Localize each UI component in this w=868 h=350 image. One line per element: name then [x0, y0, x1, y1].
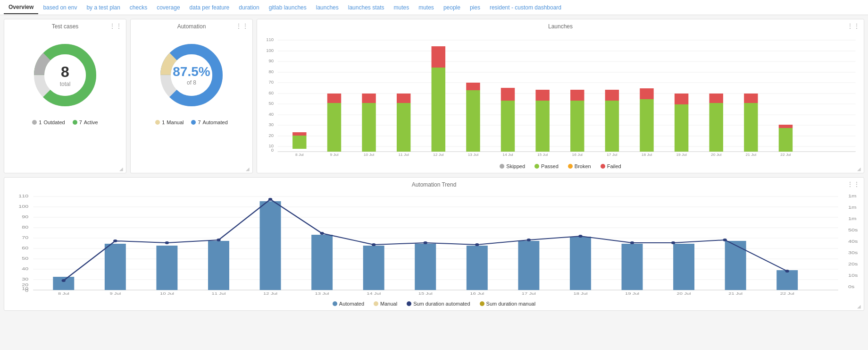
svg-text:11 Jul: 11 Jul [211, 291, 225, 296]
trend-panel: Automation Trend ⋮⋮ 110 100 90 80 70 60 … [4, 177, 864, 311]
launches-title: Launches [257, 19, 864, 32]
svg-text:22 Jul: 22 Jul [780, 291, 794, 296]
svg-point-150 [671, 241, 675, 244]
launches-resize[interactable]: ◢ [857, 166, 863, 172]
nav-tab-gitlab-launches[interactable]: gitlab launches [264, 1, 311, 14]
svg-text:18 Jul: 18 Jul [573, 291, 587, 296]
svg-text:0: 0 [271, 148, 274, 153]
svg-text:21 Jul: 21 Jul [746, 153, 757, 157]
trend-manual-label: Manual [380, 301, 397, 307]
svg-point-152 [785, 270, 789, 273]
svg-rect-48 [466, 83, 480, 90]
svg-rect-53 [535, 101, 549, 152]
trend-sum-auto-dot [407, 301, 411, 306]
passed-legend: Passed [534, 163, 559, 169]
svg-point-145 [424, 241, 427, 244]
nav-tab-launches[interactable]: launches [311, 1, 343, 14]
nav-tab-resident[interactable]: resident - custom dashboard [485, 1, 566, 14]
svg-text:100: 100 [18, 204, 28, 209]
trend-sum-auto-label: Sum duration automated [413, 301, 470, 307]
outdated-count: 1 [39, 120, 42, 125]
svg-rect-72 [744, 94, 758, 103]
trend-menu[interactable]: ⋮⋮ [847, 180, 860, 188]
svg-point-139 [113, 239, 117, 242]
svg-rect-45 [432, 46, 445, 68]
svg-point-142 [268, 198, 272, 201]
svg-text:40: 40 [22, 266, 28, 271]
nav-tabs: Overviewbased on envby a test planchecks… [0, 0, 868, 15]
svg-text:17 Jul: 17 Jul [522, 291, 536, 296]
nav-tab-overview[interactable]: Overview [4, 1, 38, 14]
automation-resize[interactable]: ◢ [246, 166, 251, 172]
svg-text:13 Jul: 13 Jul [315, 291, 329, 296]
automated-count: 7 [198, 120, 200, 125]
test-cases-menu[interactable]: ⋮⋮ [109, 22, 122, 30]
automation-pct: 87.5% [173, 64, 210, 79]
svg-text:100: 100 [266, 48, 274, 53]
svg-rect-39 [362, 94, 376, 103]
nav-tab-based-on-env[interactable]: based on env [38, 1, 82, 14]
manual-legend: 1 Manual [155, 120, 184, 125]
svg-point-144 [372, 243, 376, 246]
trend-automated-dot [333, 301, 337, 306]
svg-text:14 Jul: 14 Jul [367, 291, 381, 296]
svg-rect-108 [53, 277, 74, 290]
nav-tab-pies[interactable]: pies [465, 1, 485, 14]
automation-of: of 8 [187, 79, 196, 86]
svg-rect-44 [432, 68, 445, 152]
trend-manual-legend: Manual [374, 301, 397, 307]
svg-point-143 [320, 232, 324, 235]
svg-text:20 Jul: 20 Jul [711, 153, 722, 157]
manual-dot [155, 120, 160, 125]
trend-sum-manual-label: Sum duration manual [486, 301, 536, 307]
passed-dot [534, 164, 539, 169]
svg-rect-118 [570, 237, 591, 290]
svg-text:18 Jul: 18 Jul [642, 153, 652, 157]
nav-tab-people[interactable]: people [439, 1, 465, 14]
automated-dot [191, 120, 196, 125]
svg-text:110: 110 [266, 37, 274, 42]
nav-tab-checks[interactable]: checks [125, 1, 152, 14]
svg-text:90: 90 [269, 59, 274, 63]
test-cases-resize[interactable]: ◢ [119, 166, 125, 172]
svg-text:13 Jul: 13 Jul [468, 153, 479, 157]
trend-manual-dot [374, 301, 378, 306]
svg-text:0s: 0s [848, 284, 855, 289]
trend-automated-legend: Automated [333, 301, 364, 307]
svg-text:1m 10s: 1m 10s [848, 205, 858, 210]
nav-tab-data-per-feature[interactable]: data per feature [185, 1, 234, 14]
svg-text:9 Jul: 9 Jul [330, 153, 339, 157]
svg-text:15 Jul: 15 Jul [537, 153, 548, 157]
trend-resize[interactable]: ◢ [857, 304, 863, 309]
svg-text:19 Jul: 19 Jul [625, 291, 639, 296]
svg-rect-71 [744, 103, 758, 152]
trend-legend: Automated Manual Sum duration automated … [4, 299, 864, 310]
automation-panel: Automation ⋮⋮ 87.5% of 8 [130, 19, 253, 173]
nav-tab-mutes1[interactable]: mutes [389, 1, 414, 14]
svg-rect-120 [673, 244, 694, 290]
svg-text:8 Jul: 8 Jul [58, 291, 69, 296]
svg-text:50: 50 [269, 101, 274, 106]
svg-rect-35 [327, 103, 341, 152]
svg-rect-121 [725, 241, 746, 290]
svg-rect-47 [466, 90, 480, 152]
nav-tab-mutes2[interactable]: mutes [414, 1, 439, 14]
svg-rect-111 [208, 241, 229, 290]
nav-tab-launches-stats[interactable]: launches stats [343, 1, 389, 14]
nav-tab-duration[interactable]: duration [234, 1, 264, 14]
svg-text:1m 20s: 1m 20s [848, 194, 858, 198]
svg-text:90: 90 [22, 214, 28, 219]
nav-tab-by-test-plan[interactable]: by a test plan [82, 1, 125, 14]
svg-rect-110 [156, 246, 177, 290]
launches-panel: Launches ⋮⋮ 110 100 90 80 70 60 50 40 30… [257, 19, 864, 173]
launches-menu[interactable]: ⋮⋮ [847, 22, 860, 30]
automation-menu[interactable]: ⋮⋮ [235, 22, 249, 30]
svg-rect-51 [501, 88, 515, 101]
svg-text:80: 80 [22, 225, 28, 230]
svg-rect-32 [292, 136, 306, 149]
svg-text:30: 30 [269, 122, 274, 127]
svg-rect-122 [776, 270, 798, 290]
svg-text:9 Jul: 9 Jul [109, 291, 121, 296]
test-cases-legend: 1 Outdated 7 Active [4, 117, 126, 131]
nav-tab-coverage[interactable]: coverage [152, 1, 184, 14]
